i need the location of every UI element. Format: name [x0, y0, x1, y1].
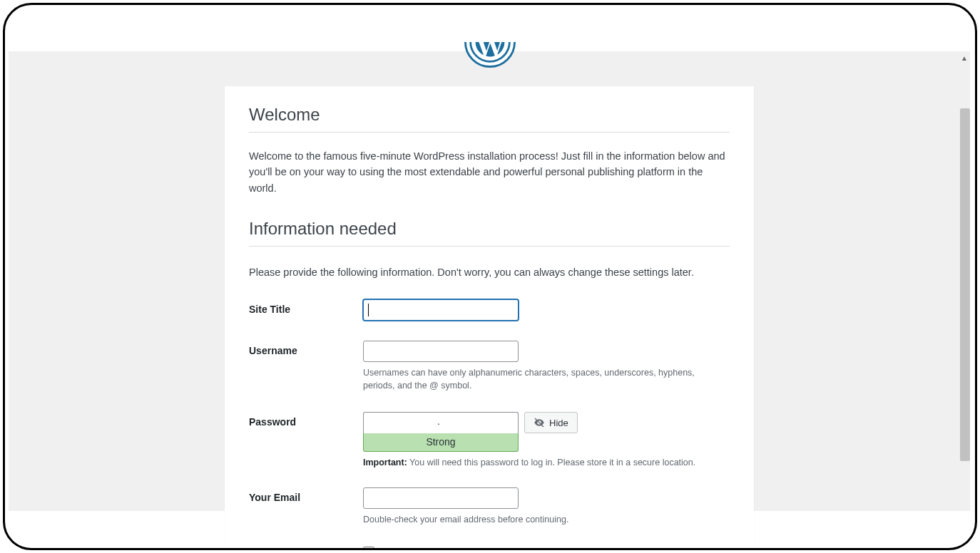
viewport: ▲ Welcome Welcome to the famous five-min…	[5, 5, 975, 548]
label-site-title: Site Title	[249, 304, 290, 315]
discourage-search-label: Discourage search engines from indexing …	[380, 547, 608, 548]
device-frame: ▲ Welcome Welcome to the famous five-min…	[3, 3, 977, 550]
hide-password-button[interactable]: Hide	[524, 412, 578, 433]
label-email: Your Email	[249, 492, 300, 503]
password-important-note: Important: You will need this password t…	[363, 458, 730, 467]
install-form-table: Site Title Username Usernames can have o…	[249, 289, 730, 548]
eye-slash-icon	[534, 417, 545, 428]
scroll-up-arrow[interactable]: ▲	[959, 53, 969, 63]
heading-information-needed: Information needed	[249, 219, 730, 247]
email-input[interactable]	[363, 487, 519, 509]
password-input[interactable]	[363, 412, 519, 433]
install-card: Welcome Welcome to the famous five-minut…	[225, 86, 754, 548]
subintro-text: Please provide the following information…	[249, 265, 730, 281]
hide-button-label: Hide	[549, 418, 568, 428]
password-strength-meter: Strong	[363, 433, 519, 452]
heading-welcome: Welcome	[249, 105, 730, 133]
scrollbar-thumb[interactable]	[960, 108, 970, 461]
username-hint: Usernames can have only alphanumeric cha…	[363, 366, 720, 392]
wordpress-logo-icon	[464, 42, 516, 68]
discourage-search-checkbox[interactable]	[363, 547, 374, 548]
text-caret	[368, 304, 369, 316]
site-title-input[interactable]	[363, 299, 519, 321]
label-password: Password	[249, 416, 296, 428]
wordpress-logo-wrap	[460, 42, 520, 71]
email-hint: Double-check your email address before c…	[363, 513, 720, 526]
label-username: Username	[249, 345, 297, 356]
intro-text: Welcome to the famous five-minute WordPr…	[249, 148, 730, 196]
username-input[interactable]	[363, 341, 519, 362]
